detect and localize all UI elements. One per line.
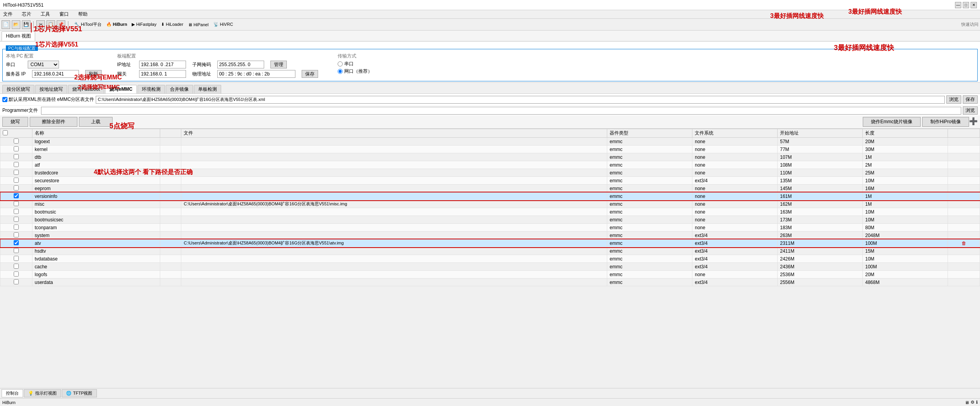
row-checkbox[interactable] — [14, 185, 19, 190]
toolbar-cut[interactable]: ✂ — [36, 20, 45, 29]
row-empty — [160, 161, 181, 169]
row-checkbox[interactable] — [14, 279, 19, 284]
row-checkbox[interactable] — [14, 217, 19, 222]
col-header-device: 器件类型 — [607, 129, 692, 138]
close-button[interactable]: ✕ — [971, 2, 977, 8]
bottom-tab-console[interactable]: 控制台 — [2, 389, 23, 397]
toolbar-copy[interactable]: 📋 — [46, 20, 55, 29]
xml-checkbox[interactable] — [2, 97, 7, 102]
toolbar-new[interactable]: 📄 — [2, 20, 10, 29]
row-checkbox[interactable] — [14, 225, 19, 230]
row-checkbox-cell — [0, 208, 32, 216]
row-length: 10M — [863, 255, 948, 263]
xml-path-input[interactable] — [96, 96, 945, 104]
toolbar-paste[interactable]: 📌 — [57, 20, 65, 29]
row-fs: ext3/4 — [692, 232, 778, 239]
minimize-button[interactable]: — — [955, 2, 961, 8]
nav-hipanel[interactable]: 🖥 HiPanel — [188, 22, 209, 27]
row-checkbox[interactable] — [14, 264, 19, 269]
emmc-tab-fastboot[interactable]: 烧写Fastboot — [68, 85, 104, 93]
emmc-tab-board[interactable]: 单板检测 — [194, 85, 221, 93]
programmer-browse-button[interactable]: 浏览 — [963, 106, 978, 115]
row-action — [948, 146, 980, 153]
partition-table-container[interactable]: 名称 文件 器件类型 文件系统 开始地址 长度 logoextemmcnone5… — [0, 129, 980, 406]
emmc-tab-address[interactable]: 按地址烧写 — [35, 85, 67, 93]
programmer-input[interactable] — [41, 107, 961, 115]
row-checkbox[interactable] — [14, 271, 19, 277]
menu-help[interactable]: 帮助 — [77, 10, 89, 18]
emmc-tab-merge[interactable]: 合并镜像 — [166, 85, 193, 93]
nav-hiloader[interactable]: ⬇ HiLoader — [161, 22, 183, 27]
table-row: systememmcext3/4263M2048M — [0, 232, 980, 239]
radio-serial-input[interactable] — [338, 61, 343, 66]
menu-chip[interactable]: 芯片 — [20, 10, 33, 18]
row-device: emmc — [607, 161, 692, 169]
radio-network[interactable]: 网口（推荐） — [338, 68, 372, 75]
row-checkbox[interactable] — [14, 170, 19, 175]
xml-browse-button[interactable]: 浏览 — [946, 95, 961, 104]
menu-window[interactable]: 窗口 — [58, 10, 70, 18]
radio-serial[interactable]: 串口 — [338, 61, 372, 67]
nav-hivrc[interactable]: 📡 HiVRC — [213, 22, 233, 27]
row-start: 162M — [778, 200, 863, 208]
row-checkbox[interactable] — [14, 256, 19, 261]
row-checkbox[interactable] — [14, 193, 19, 198]
nav-hitool[interactable]: 🔧 HiTool平台 — [74, 22, 102, 27]
radio-network-input[interactable] — [338, 69, 343, 74]
xml-checkbox-label[interactable]: 默认采用XML所在路径 eMMC分区表文件 — [2, 96, 94, 103]
server-ip-input[interactable] — [32, 70, 79, 78]
manage-button[interactable]: 管理 — [270, 61, 287, 68]
upload-button[interactable]: 上载 — [79, 117, 113, 127]
burn-button[interactable]: 烧写 — [2, 117, 28, 127]
nav-hiburn[interactable]: 🔥 HiBurn — [106, 22, 127, 27]
toolbar-save[interactable]: 💾 — [22, 20, 30, 29]
gateway-input[interactable] — [139, 70, 186, 78]
row-device: emmc — [607, 138, 692, 146]
save-board-button[interactable]: 保存 — [302, 70, 318, 78]
menu-tools[interactable]: 工具 — [39, 10, 52, 18]
erase-all-button[interactable]: 擦除全部件 — [30, 117, 77, 127]
nav-hifastplay[interactable]: ▶ HiFastplay — [132, 22, 156, 27]
row-action — [948, 271, 980, 278]
xml-save-button[interactable]: 保存 — [963, 95, 978, 104]
row-checkbox[interactable] — [14, 138, 19, 144]
add-row-icon[interactable]: ➕ — [969, 117, 978, 127]
row-length: 25M — [863, 169, 948, 177]
row-fs: none — [692, 271, 778, 278]
select-all-checkbox[interactable] — [3, 130, 8, 135]
bottom-tab-indicator[interactable]: 💡 指示灯视图 — [24, 389, 61, 397]
make-emmc-button[interactable]: 烧作Emmc烧片镜像 — [863, 117, 921, 127]
menu-file[interactable]: 文件 — [2, 10, 14, 18]
bottom-tab-tftp[interactable]: 🌐 TFTP视图 — [62, 389, 97, 397]
window-controls[interactable]: — □ ✕ — [955, 2, 977, 8]
row-checkbox[interactable] — [14, 209, 19, 214]
row-action — [948, 263, 980, 271]
row-checkbox[interactable] — [14, 162, 19, 167]
refresh-button[interactable]: 刷新 — [85, 70, 102, 78]
port-select[interactable]: COM1 — [28, 61, 59, 68]
row-checkbox[interactable] — [14, 248, 19, 253]
row-checkbox-cell — [0, 153, 32, 161]
row-name: securestore — [32, 177, 160, 185]
row-checkbox[interactable] — [14, 240, 19, 245]
tab-hiburn-view[interactable]: HiBurn 视图 — [2, 31, 35, 41]
mac-input[interactable] — [217, 70, 295, 78]
maximize-button[interactable]: □ — [963, 2, 969, 8]
make-hipro-button[interactable]: 制作HiPro镜像 — [922, 117, 969, 127]
emmc-tab-env[interactable]: 环境检测 — [138, 85, 165, 93]
row-name: hsdtv — [32, 247, 160, 255]
row-start: 57M — [778, 138, 863, 146]
row-checkbox[interactable] — [14, 232, 19, 237]
row-empty — [160, 192, 181, 200]
subnet-input[interactable] — [217, 61, 264, 68]
emmc-tab-partition[interactable]: 按分区烧写 — [2, 85, 34, 93]
emmc-tab-emmc[interactable]: 烧写eMMC — [105, 85, 137, 93]
ip-input[interactable] — [139, 61, 186, 68]
row-checkbox[interactable] — [14, 154, 19, 159]
row-checkbox[interactable] — [14, 146, 19, 151]
delete-row-icon[interactable]: 🗑 — [962, 241, 966, 246]
row-checkbox[interactable] — [14, 178, 19, 183]
row-checkbox[interactable] — [14, 201, 19, 206]
toolbar-open[interactable]: 📂 — [12, 20, 20, 29]
row-empty — [160, 216, 181, 224]
